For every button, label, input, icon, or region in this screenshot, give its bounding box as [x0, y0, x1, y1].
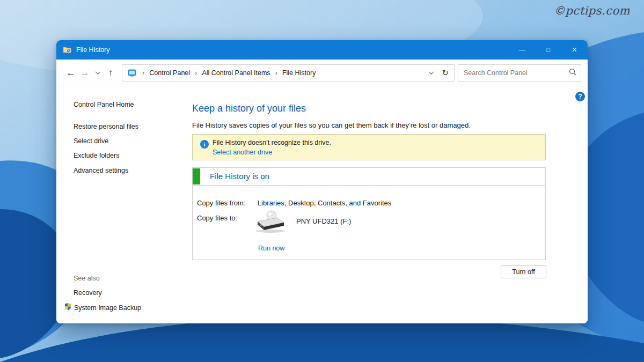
sidebar-item-control-panel-home[interactable]: Control Panel Home — [74, 101, 134, 108]
uac-shield-icon — [64, 302, 72, 313]
forward-button[interactable]: → — [78, 68, 92, 78]
help-icon[interactable]: ? — [575, 92, 585, 101]
search-icon[interactable] — [569, 68, 576, 78]
file-history-status-box: File History is on Copy files from: Libr… — [192, 167, 546, 260]
sidebar-item-system-image-backup[interactable]: System Image Backup — [64, 302, 141, 313]
search-box[interactable] — [458, 64, 581, 82]
usb-drive-icon — [255, 209, 286, 235]
banner-message: File History doesn’t recognize this driv… — [213, 139, 331, 146]
drive-warning-banner: i File History doesn’t recognize this dr… — [192, 134, 546, 160]
status-on-indicator — [193, 168, 200, 184]
maximize-button[interactable]: □ — [535, 40, 561, 60]
page-description: File History saves copies of your files … — [192, 121, 471, 129]
address-dropdown-icon[interactable] — [429, 69, 434, 75]
page-title: Keep a history of your files — [192, 103, 306, 114]
sidebar-item-recovery[interactable]: Recovery — [74, 289, 102, 297]
breadcrumb[interactable]: › Control Panel › All Control Panel Item… — [122, 64, 455, 82]
chevron-down-icon — [95, 69, 100, 75]
up-button[interactable]: ↑ — [104, 68, 118, 78]
navigation-toolbar: ← → ↑ › Control Panel › All Control Pane… — [56, 60, 588, 86]
copy-files-to-label: Copy files to: — [197, 214, 237, 222]
watermark: ©pctips.com — [554, 4, 630, 17]
sidebar-see-also-label: See also — [74, 275, 100, 282]
breadcrumb-separator: › — [191, 69, 201, 77]
file-history-window: File History — □ × ← → ↑ › — [56, 40, 588, 323]
search-input[interactable] — [464, 69, 569, 77]
breadcrumb-separator: › — [272, 69, 281, 77]
recent-locations-chevron[interactable] — [92, 71, 104, 75]
info-icon: i — [200, 140, 209, 149]
copy-files-to-value: PNY UFD321 (F:) — [296, 217, 351, 225]
minimize-button[interactable]: — — [509, 40, 535, 60]
copy-files-from-label: Copy files from: — [197, 199, 245, 207]
sidebar-item-advanced-settings[interactable]: Advanced settings — [74, 167, 128, 174]
status-header: File History is on — [193, 168, 545, 186]
select-another-drive-link[interactable]: Select another drive — [213, 149, 272, 156]
run-now-link[interactable]: Run now — [258, 245, 284, 252]
sidebar-item-label: System Image Backup — [74, 304, 141, 312]
breadcrumb-item-control-panel[interactable]: Control Panel — [148, 69, 191, 77]
breadcrumb-item-file-history[interactable]: File History — [281, 69, 317, 77]
titlebar[interactable]: File History — □ × — [56, 40, 588, 60]
sidebar-item-select-drive[interactable]: Select drive — [74, 137, 108, 145]
breadcrumb-separator: › — [138, 69, 148, 77]
turn-off-button[interactable]: Turn off — [501, 265, 546, 278]
sidebar-item-restore-personal-files[interactable]: Restore personal files — [74, 123, 138, 130]
sidebar-item-exclude-folders[interactable]: Exclude folders — [74, 152, 119, 159]
close-button[interactable]: × — [561, 40, 588, 60]
window-controls: — □ × — [509, 40, 588, 60]
refresh-icon[interactable]: ↻ — [442, 68, 449, 78]
window-content: ? Control Panel Home Restore personal fi… — [56, 86, 588, 323]
status-title: File History is on — [210, 172, 269, 181]
copy-files-from-value: Libraries, Desktop, Contacts, and Favori… — [258, 199, 391, 207]
breadcrumb-item-all-control-panel-items[interactable]: All Control Panel Items — [201, 69, 271, 77]
file-history-icon — [63, 46, 71, 54]
desktop: ©pctips.com File History — □ × ← → — [0, 0, 644, 362]
control-panel-icon — [128, 69, 136, 77]
back-button[interactable]: ← — [64, 68, 78, 78]
window-title: File History — [76, 46, 110, 54]
